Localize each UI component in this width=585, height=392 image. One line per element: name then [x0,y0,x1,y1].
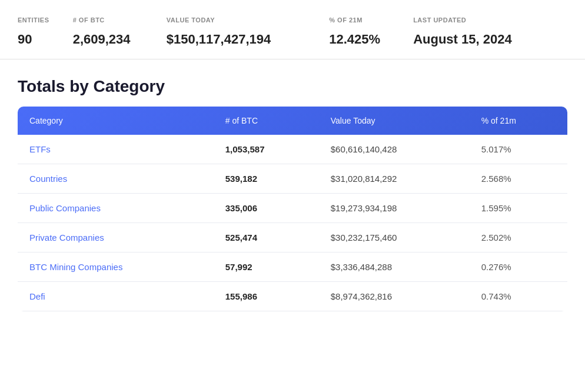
summary-col-updated-header: LAST UPDATED [413,12,567,28]
table-row: Private Companies525,474$30,232,175,4602… [18,223,567,253]
category-link-1[interactable]: Countries [18,164,214,194]
category-section-title: Totals by Category [18,77,567,96]
category-percent-0: 5.017% [470,135,567,164]
category-percent-5: 0.743% [470,282,567,311]
summary-col-entities-header: ENTITIES [18,12,73,28]
summary-col-btc-header: # OF BTC [73,12,167,28]
category-value-2: $19,273,934,198 [319,194,470,223]
category-percent-2: 1.595% [470,194,567,223]
category-percent-4: 0.276% [470,253,567,282]
summary-percent-value: 12.425% [329,28,413,53]
table-row: ETFs1,053,587$60,616,140,4285.017% [18,135,567,164]
category-btc-4: 57,992 [214,253,319,282]
summary-btc-value: 2,609,234 [73,28,167,53]
category-link-0[interactable]: ETFs [18,135,214,164]
summary-col-percent-header: % OF 21M [329,12,413,28]
table-row: Public Companies335,006$19,273,934,1981.… [18,194,567,223]
table-row: Defi155,986$8,974,362,8160.743% [18,282,567,311]
category-value-0: $60,616,140,428 [319,135,470,164]
col-header-percent: % of 21m [470,107,567,135]
category-btc-5: 155,986 [214,282,319,311]
category-btc-1: 539,182 [214,164,319,194]
summary-last-updated: August 15, 2024 [413,28,567,53]
category-link-3[interactable]: Private Companies [18,223,214,253]
category-link-2[interactable]: Public Companies [18,194,214,223]
category-value-1: $31,020,814,292 [319,164,470,194]
category-btc-3: 525,474 [214,223,319,253]
category-section: Totals by Category Category # of BTC Val… [0,59,585,323]
col-header-category: Category [18,107,214,135]
category-value-4: $3,336,484,288 [319,253,470,282]
summary-entities-value: 90 [18,28,73,53]
category-value-3: $30,232,175,460 [319,223,470,253]
category-table-wrapper: Category # of BTC Value Today % of 21m E… [18,107,567,311]
summary-col-value-header: VALUE TODAY [167,12,329,28]
summary-value-today: $150,117,427,194 [167,28,329,53]
col-header-btc: # of BTC [214,107,319,135]
table-row: BTC Mining Companies57,992$3,336,484,288… [18,253,567,282]
col-header-value: Value Today [319,107,470,135]
summary-section: ENTITIES # OF BTC VALUE TODAY % OF 21M L… [0,0,585,59]
summary-table: ENTITIES # OF BTC VALUE TODAY % OF 21M L… [18,12,567,53]
category-link-4[interactable]: BTC Mining Companies [18,253,214,282]
category-table: Category # of BTC Value Today % of 21m E… [18,107,567,311]
category-percent-3: 2.502% [470,223,567,253]
category-link-5[interactable]: Defi [18,282,214,311]
table-row: Countries539,182$31,020,814,2922.568% [18,164,567,194]
category-btc-0: 1,053,587 [214,135,319,164]
category-percent-1: 2.568% [470,164,567,194]
category-value-5: $8,974,362,816 [319,282,470,311]
category-table-header-row: Category # of BTC Value Today % of 21m [18,107,567,135]
category-btc-2: 335,006 [214,194,319,223]
